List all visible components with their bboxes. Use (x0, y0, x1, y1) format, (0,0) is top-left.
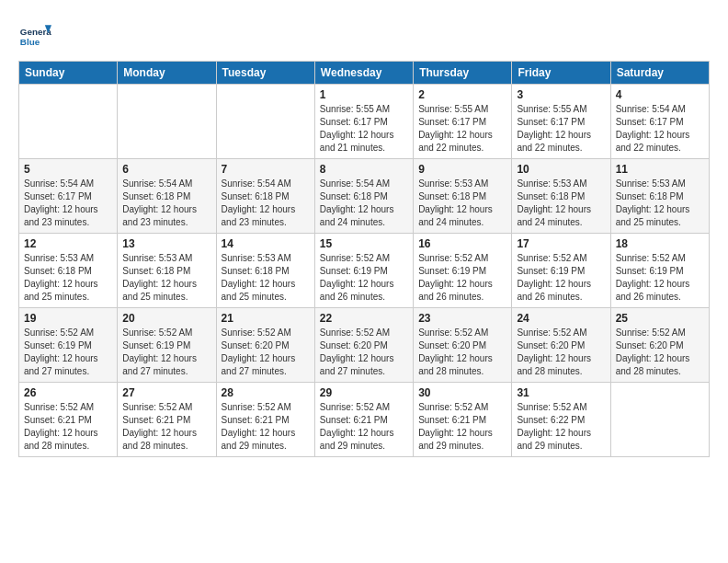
day-number: 29 (320, 386, 408, 399)
svg-text:Blue: Blue (20, 37, 40, 47)
calendar-cell: 25Sunrise: 5:52 AM Sunset: 6:20 PM Dayli… (610, 308, 709, 383)
day-info: Sunrise: 5:52 AM Sunset: 6:20 PM Dayligh… (222, 327, 310, 378)
calendar-cell: 26Sunrise: 5:52 AM Sunset: 6:21 PM Dayli… (19, 383, 118, 457)
day-info: Sunrise: 5:52 AM Sunset: 6:20 PM Dayligh… (616, 327, 704, 378)
day-of-week-header: Monday (118, 62, 216, 85)
day-number: 15 (320, 237, 408, 250)
day-number: 18 (616, 237, 704, 250)
calendar-cell: 29Sunrise: 5:52 AM Sunset: 6:21 PM Dayli… (314, 383, 413, 457)
calendar-cell (610, 383, 709, 457)
page-header: General Blue (18, 18, 710, 52)
calendar-cell: 3Sunrise: 5:55 AM Sunset: 6:17 PM Daylig… (512, 85, 610, 159)
day-of-week-header: Sunday (19, 62, 118, 85)
day-number: 17 (517, 237, 605, 250)
day-number: 26 (24, 386, 112, 399)
calendar-cell: 11Sunrise: 5:53 AM Sunset: 6:18 PM Dayli… (610, 159, 709, 234)
day-info: Sunrise: 5:54 AM Sunset: 6:17 PM Dayligh… (24, 178, 112, 229)
calendar-cell: 23Sunrise: 5:52 AM Sunset: 6:20 PM Dayli… (414, 308, 512, 383)
day-info: Sunrise: 5:52 AM Sunset: 6:19 PM Dayligh… (517, 252, 605, 304)
calendar-cell: 21Sunrise: 5:52 AM Sunset: 6:20 PM Dayli… (216, 308, 314, 383)
day-info: Sunrise: 5:52 AM Sunset: 6:19 PM Dayligh… (418, 252, 506, 304)
day-info: Sunrise: 5:54 AM Sunset: 6:18 PM Dayligh… (320, 178, 408, 229)
day-info: Sunrise: 5:53 AM Sunset: 6:18 PM Dayligh… (222, 252, 310, 304)
day-number: 19 (24, 312, 112, 325)
day-number: 16 (418, 237, 506, 250)
calendar-cell: 15Sunrise: 5:52 AM Sunset: 6:19 PM Dayli… (314, 234, 413, 308)
logo-icon: General Blue (18, 18, 51, 52)
day-info: Sunrise: 5:54 AM Sunset: 6:18 PM Dayligh… (122, 178, 210, 229)
calendar-cell (216, 85, 314, 159)
calendar-cell: 28Sunrise: 5:52 AM Sunset: 6:21 PM Dayli… (216, 383, 314, 457)
day-number: 7 (222, 163, 310, 176)
day-number: 22 (320, 312, 408, 325)
day-number: 13 (122, 237, 210, 250)
day-info: Sunrise: 5:52 AM Sunset: 6:22 PM Dayligh… (517, 401, 605, 453)
day-info: Sunrise: 5:52 AM Sunset: 6:21 PM Dayligh… (222, 401, 310, 453)
day-info: Sunrise: 5:54 AM Sunset: 6:17 PM Dayligh… (616, 103, 704, 155)
day-number: 28 (222, 386, 310, 399)
day-number: 11 (616, 163, 704, 176)
day-info: Sunrise: 5:52 AM Sunset: 6:21 PM Dayligh… (320, 401, 408, 453)
day-info: Sunrise: 5:52 AM Sunset: 6:19 PM Dayligh… (320, 252, 408, 304)
day-number: 12 (24, 237, 112, 250)
day-info: Sunrise: 5:52 AM Sunset: 6:19 PM Dayligh… (616, 252, 704, 304)
day-info: Sunrise: 5:52 AM Sunset: 6:19 PM Dayligh… (24, 327, 112, 378)
calendar-cell: 14Sunrise: 5:53 AM Sunset: 6:18 PM Dayli… (216, 234, 314, 308)
day-info: Sunrise: 5:53 AM Sunset: 6:18 PM Dayligh… (24, 252, 112, 304)
calendar-cell: 1Sunrise: 5:55 AM Sunset: 6:17 PM Daylig… (314, 85, 413, 159)
day-number: 4 (616, 88, 704, 101)
day-info: Sunrise: 5:53 AM Sunset: 6:18 PM Dayligh… (616, 178, 704, 229)
day-number: 31 (517, 386, 605, 399)
calendar-cell: 19Sunrise: 5:52 AM Sunset: 6:19 PM Dayli… (19, 308, 118, 383)
day-number: 20 (122, 312, 210, 325)
day-number: 6 (122, 163, 210, 176)
day-number: 23 (418, 312, 506, 325)
day-number: 14 (222, 237, 310, 250)
calendar-cell: 30Sunrise: 5:52 AM Sunset: 6:21 PM Dayli… (414, 383, 512, 457)
day-number: 21 (222, 312, 310, 325)
day-number: 27 (122, 386, 210, 399)
calendar-cell: 18Sunrise: 5:52 AM Sunset: 6:19 PM Dayli… (610, 234, 709, 308)
day-info: Sunrise: 5:54 AM Sunset: 6:18 PM Dayligh… (222, 178, 310, 229)
day-info: Sunrise: 5:52 AM Sunset: 6:20 PM Dayligh… (418, 327, 506, 378)
calendar-cell (19, 85, 118, 159)
day-of-week-header: Wednesday (314, 62, 413, 85)
logo: General Blue (18, 18, 51, 52)
day-of-week-header: Saturday (610, 62, 709, 85)
calendar-cell: 12Sunrise: 5:53 AM Sunset: 6:18 PM Dayli… (19, 234, 118, 308)
calendar-cell: 9Sunrise: 5:53 AM Sunset: 6:18 PM Daylig… (414, 159, 512, 234)
day-info: Sunrise: 5:53 AM Sunset: 6:18 PM Dayligh… (122, 252, 210, 304)
day-info: Sunrise: 5:53 AM Sunset: 6:18 PM Dayligh… (517, 178, 605, 229)
calendar-cell: 31Sunrise: 5:52 AM Sunset: 6:22 PM Dayli… (512, 383, 610, 457)
day-info: Sunrise: 5:55 AM Sunset: 6:17 PM Dayligh… (418, 103, 506, 155)
day-info: Sunrise: 5:52 AM Sunset: 6:21 PM Dayligh… (122, 401, 210, 453)
calendar-cell: 10Sunrise: 5:53 AM Sunset: 6:18 PM Dayli… (512, 159, 610, 234)
day-info: Sunrise: 5:52 AM Sunset: 6:19 PM Dayligh… (122, 327, 210, 378)
day-number: 9 (418, 163, 506, 176)
calendar-cell: 7Sunrise: 5:54 AM Sunset: 6:18 PM Daylig… (216, 159, 314, 234)
day-info: Sunrise: 5:55 AM Sunset: 6:17 PM Dayligh… (517, 103, 605, 155)
calendar-cell: 8Sunrise: 5:54 AM Sunset: 6:18 PM Daylig… (314, 159, 413, 234)
calendar-cell: 20Sunrise: 5:52 AM Sunset: 6:19 PM Dayli… (118, 308, 216, 383)
day-number: 2 (418, 88, 506, 101)
calendar-cell: 13Sunrise: 5:53 AM Sunset: 6:18 PM Dayli… (118, 234, 216, 308)
calendar-cell: 27Sunrise: 5:52 AM Sunset: 6:21 PM Dayli… (118, 383, 216, 457)
calendar-cell (118, 85, 216, 159)
calendar-table: SundayMondayTuesdayWednesdayThursdayFrid… (18, 61, 710, 457)
calendar-cell: 22Sunrise: 5:52 AM Sunset: 6:20 PM Dayli… (314, 308, 413, 383)
day-number: 25 (616, 312, 704, 325)
day-info: Sunrise: 5:52 AM Sunset: 6:21 PM Dayligh… (418, 401, 506, 453)
calendar-cell: 17Sunrise: 5:52 AM Sunset: 6:19 PM Dayli… (512, 234, 610, 308)
day-info: Sunrise: 5:52 AM Sunset: 6:21 PM Dayligh… (24, 401, 112, 453)
day-info: Sunrise: 5:53 AM Sunset: 6:18 PM Dayligh… (418, 178, 506, 229)
calendar-cell: 5Sunrise: 5:54 AM Sunset: 6:17 PM Daylig… (19, 159, 118, 234)
day-number: 10 (517, 163, 605, 176)
calendar-cell: 24Sunrise: 5:52 AM Sunset: 6:20 PM Dayli… (512, 308, 610, 383)
day-of-week-header: Tuesday (216, 62, 314, 85)
day-info: Sunrise: 5:55 AM Sunset: 6:17 PM Dayligh… (320, 103, 408, 155)
day-number: 3 (517, 88, 605, 101)
day-info: Sunrise: 5:52 AM Sunset: 6:20 PM Dayligh… (320, 327, 408, 378)
calendar-cell: 16Sunrise: 5:52 AM Sunset: 6:19 PM Dayli… (414, 234, 512, 308)
calendar-cell: 6Sunrise: 5:54 AM Sunset: 6:18 PM Daylig… (118, 159, 216, 234)
day-of-week-header: Friday (512, 62, 610, 85)
